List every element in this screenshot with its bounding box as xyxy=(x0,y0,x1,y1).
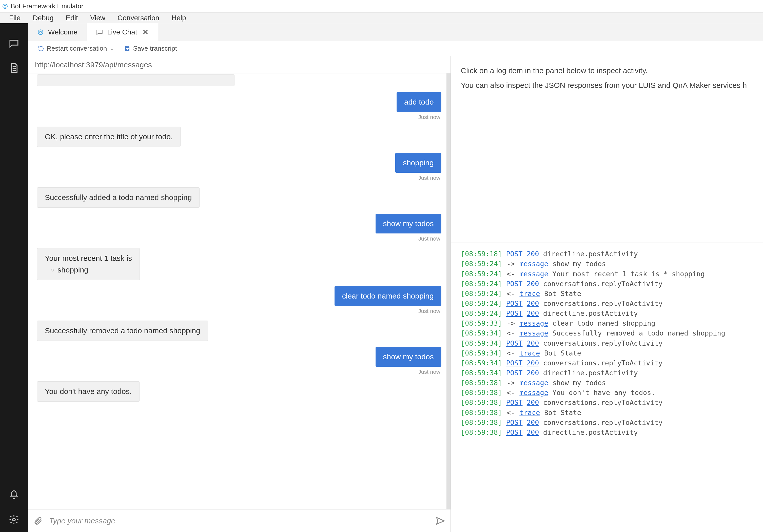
log-status-code[interactable]: 200 xyxy=(527,428,539,436)
log-entry[interactable]: [08:59:38] <- trace Bot State xyxy=(461,408,753,418)
menu-help[interactable]: Help xyxy=(165,13,192,23)
log-link[interactable]: trace xyxy=(519,409,540,417)
message-bubble: Successfully removed a todo named shoppi… xyxy=(37,321,208,341)
tab-live-chat[interactable]: Live Chat✕ xyxy=(87,23,158,41)
log-entry[interactable]: [08:59:38] <- message You don't have any… xyxy=(461,388,753,397)
menu-view[interactable]: View xyxy=(84,13,111,23)
chat-bubble-icon xyxy=(96,29,103,36)
gear-icon[interactable] xyxy=(9,514,19,525)
log-link[interactable]: POST xyxy=(506,299,522,307)
message-input[interactable] xyxy=(43,517,435,525)
message-timestamp: Just now xyxy=(418,369,441,375)
log-link[interactable]: message xyxy=(519,270,548,278)
message-bubble: show my todos xyxy=(376,214,441,234)
log-status-code[interactable]: 200 xyxy=(527,339,539,347)
log-entry[interactable]: [08:59:38] POST 200 conversations.replyT… xyxy=(461,397,753,407)
log-link[interactable]: POST xyxy=(506,419,522,426)
menu-edit[interactable]: Edit xyxy=(60,13,84,23)
log-link[interactable]: POST xyxy=(506,428,522,436)
log-entry[interactable]: [08:59:38] -> message show my todos xyxy=(461,378,753,388)
log-status-code[interactable]: 200 xyxy=(527,419,539,426)
log-entry[interactable]: [08:59:24] POST 200 conversations.replyT… xyxy=(461,279,753,289)
log-entry[interactable]: [08:59:33] -> message clear todo named s… xyxy=(461,318,753,328)
menu-debug[interactable]: Debug xyxy=(27,13,60,23)
inspector-hint-line: Click on a log item in the panel below t… xyxy=(461,66,753,75)
log-link[interactable]: POST xyxy=(506,280,522,288)
log-entry[interactable]: [08:59:38] POST 200 conversations.replyT… xyxy=(461,418,753,427)
log-entry[interactable]: [08:59:34] <- message Successfully remov… xyxy=(461,328,753,338)
log-link[interactable]: POST xyxy=(506,309,522,317)
message-bubble: OK, please enter the title of your todo. xyxy=(37,127,180,147)
message-bubble: You don't have any todos. xyxy=(37,381,140,402)
user-message[interactable]: clear todo named shoppingJust now xyxy=(37,286,441,314)
address-bar: http://localhost:3979/api/messages xyxy=(28,56,451,73)
log-entry[interactable]: [08:59:18] POST 200 directline.postActiv… xyxy=(461,249,753,259)
log-link[interactable]: POST xyxy=(506,339,522,347)
log-entry[interactable]: [08:59:34] POST 200 conversations.replyT… xyxy=(461,338,753,348)
attach-icon[interactable] xyxy=(33,516,43,526)
user-message[interactable]: shoppingJust now xyxy=(37,153,441,181)
menu-conversation[interactable]: Conversation xyxy=(111,13,165,23)
log-link[interactable]: message xyxy=(519,260,548,267)
svg-point-1 xyxy=(4,5,6,7)
log-status-code[interactable]: 200 xyxy=(527,309,539,317)
log-link[interactable]: POST xyxy=(506,250,522,258)
chat-icon[interactable] xyxy=(9,38,19,49)
user-message[interactable]: show my todosJust now xyxy=(37,347,441,375)
log-entry[interactable]: [08:59:34] <- trace Bot State xyxy=(461,348,753,358)
log-link[interactable]: message xyxy=(519,379,548,387)
log-entry[interactable]: [08:59:24] POST 200 conversations.replyT… xyxy=(461,298,753,308)
save-transcript-button[interactable]: Save transcript xyxy=(124,45,177,53)
message-timestamp: Just now xyxy=(418,114,441,121)
tab-label: Welcome xyxy=(48,28,77,36)
save-transcript-label: Save transcript xyxy=(133,45,177,53)
log-link[interactable]: POST xyxy=(506,398,522,406)
message-bubble: shopping xyxy=(395,153,441,173)
log-entry[interactable]: [08:59:24] -> message show my todos xyxy=(461,259,753,269)
log-status-code[interactable]: 200 xyxy=(527,250,539,258)
bot-message[interactable]: You don't have any todos. xyxy=(37,381,441,402)
menu-file[interactable]: File xyxy=(3,13,27,23)
chat-toolbar: Restart conversation ⌄ Save transcript xyxy=(28,41,763,56)
restart-conversation-button[interactable]: Restart conversation ⌄ xyxy=(38,45,114,53)
log-entry[interactable]: [08:59:34] POST 200 conversations.replyT… xyxy=(461,358,753,368)
log-entry[interactable]: [08:59:34] POST 200 directline.postActiv… xyxy=(461,368,753,378)
chat-transcript[interactable]: add todoJust nowOK, please enter the tit… xyxy=(28,73,451,509)
bot-message[interactable]: Successfully added a todo named shopping xyxy=(37,187,441,208)
message-composer xyxy=(28,509,451,532)
close-icon[interactable]: ✕ xyxy=(142,28,149,36)
send-icon[interactable] xyxy=(435,516,445,526)
bot-message[interactable]: Successfully removed a todo named shoppi… xyxy=(37,321,441,341)
message-bubble: add todo xyxy=(396,92,441,112)
log-link[interactable]: message xyxy=(519,389,548,396)
document-icon[interactable] xyxy=(9,63,19,73)
log-link[interactable]: POST xyxy=(506,369,522,377)
scrollbar-handle[interactable] xyxy=(446,73,451,509)
log-link[interactable]: trace xyxy=(519,290,540,297)
log-entry[interactable]: [08:59:24] POST 200 directline.postActiv… xyxy=(461,308,753,318)
log-status-code[interactable]: 200 xyxy=(527,280,539,288)
log-entry[interactable]: [08:59:24] <- trace Bot State xyxy=(461,289,753,298)
log-link[interactable]: trace xyxy=(519,349,540,357)
chevron-down-icon[interactable]: ⌄ xyxy=(110,46,114,52)
log-status-code[interactable]: 200 xyxy=(527,359,539,367)
log-link[interactable]: message xyxy=(519,319,548,327)
bot-message[interactable] xyxy=(37,85,441,86)
bot-message[interactable]: OK, please enter the title of your todo. xyxy=(37,127,441,147)
tab-label: Live Chat xyxy=(107,28,137,36)
bell-icon[interactable] xyxy=(9,489,19,500)
tab-welcome[interactable]: Welcome xyxy=(28,23,87,41)
activity-log[interactable]: [08:59:18] POST 200 directline.postActiv… xyxy=(451,243,763,532)
log-entry[interactable]: [08:59:38] POST 200 directline.postActiv… xyxy=(461,427,753,437)
log-link[interactable]: message xyxy=(519,329,548,337)
bot-message[interactable]: Your most recent 1 task isshopping xyxy=(37,248,441,280)
user-message[interactable]: show my todosJust now xyxy=(37,214,441,242)
log-link[interactable]: POST xyxy=(506,359,522,367)
log-status-code[interactable]: 200 xyxy=(527,398,539,406)
log-status-code[interactable]: 200 xyxy=(527,369,539,377)
log-status-code[interactable]: 200 xyxy=(527,299,539,307)
log-entry[interactable]: [08:59:24] <- message Your most recent 1… xyxy=(461,269,753,279)
user-message[interactable]: add todoJust now xyxy=(37,92,441,121)
message-bubble: Successfully added a todo named shopping xyxy=(37,187,199,208)
svg-point-2 xyxy=(13,518,15,521)
